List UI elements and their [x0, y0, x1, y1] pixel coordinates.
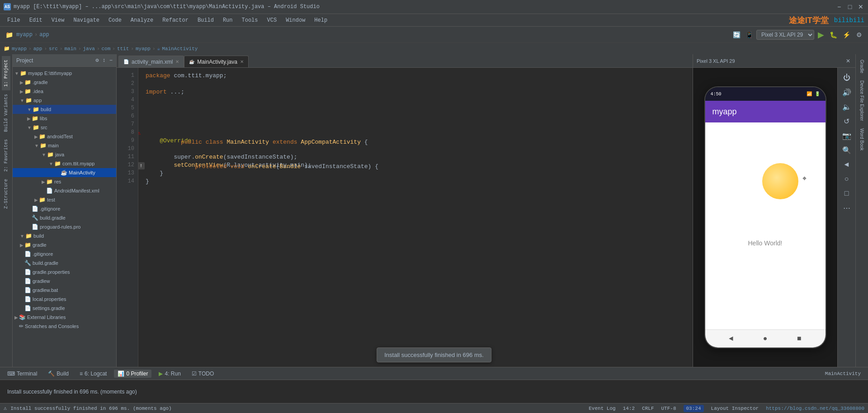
run-tab[interactable]: ▶ 4: Run: [155, 370, 184, 378]
tree-item-build-gradle-app[interactable]: ▶ 🔧 build.gradle: [13, 213, 116, 222]
event-log-button[interactable]: Event Log: [589, 406, 615, 411]
back-nav-button[interactable]: ◄: [840, 158, 853, 171]
tree-item-gradlew-bat[interactable]: ▶ 📄 gradlew.bat: [13, 286, 116, 295]
phone-nav-bar[interactable]: ◄ ● ■: [705, 329, 826, 347]
phone-home-button[interactable]: ●: [763, 335, 768, 343]
power-button[interactable]: ⏻: [840, 71, 853, 84]
menu-view[interactable]: View: [48, 16, 68, 24]
tree-item-androidtest[interactable]: ▶ 📁 androidTest: [13, 132, 116, 141]
tree-item-gitignore-root[interactable]: ▶ 📄 .gitignore: [13, 249, 116, 258]
path-src[interactable]: src: [49, 46, 58, 52]
build-variants-tab[interactable]: Build Variants: [2, 90, 10, 136]
code-content[interactable]: package com.ttit.myapp; import ...; ⚠ pu…: [138, 68, 693, 367]
encoding[interactable]: UTF-8: [661, 406, 676, 411]
menu-build[interactable]: Build: [194, 16, 217, 24]
menu-code[interactable]: Code: [105, 16, 125, 24]
menu-navigate[interactable]: Navigate: [70, 16, 103, 24]
tree-item-build-app[interactable]: ▼ 📁 build: [13, 105, 116, 114]
path-ttit[interactable]: ttit: [117, 46, 129, 52]
path-myapp2[interactable]: myapp: [136, 46, 151, 52]
close-button[interactable]: ✕: [857, 3, 864, 10]
tree-item-idea[interactable]: ▶ 📁 .idea: [13, 87, 116, 96]
menu-help[interactable]: Help: [311, 16, 331, 24]
more-button[interactable]: ⋯: [840, 202, 853, 214]
gear-icon[interactable]: ⚙: [95, 57, 99, 64]
project-tool-window-tab[interactable]: 1: Project: [2, 56, 10, 90]
tree-item-androidmanifest[interactable]: ▶ 📄 AndroidManifest.xml: [13, 186, 116, 195]
layout-inspector-button[interactable]: Layout Inspector: [711, 406, 759, 411]
profile-button[interactable]: ⚡: [841, 29, 852, 40]
menu-file[interactable]: File: [4, 16, 24, 24]
path-main[interactable]: main: [64, 46, 76, 52]
tree-item-build-gradle-root[interactable]: ▶ 🔧 build.gradle: [13, 258, 116, 268]
tree-item-mainactivity[interactable]: ▶ ☕ MainActivity: [13, 168, 116, 177]
project-name[interactable]: myapp: [16, 32, 33, 38]
path-java[interactable]: java: [83, 46, 94, 52]
profiler-tab[interactable]: 📊 0 Profiler: [114, 370, 151, 378]
tree-item-external-libraries[interactable]: ▶ 📚 External Libraries: [13, 313, 116, 322]
xml-tab-close[interactable]: ✕: [175, 59, 179, 64]
volume-up-button[interactable]: 🔊: [840, 86, 853, 99]
logcat-tab[interactable]: ≡ 6: Logcat: [76, 370, 110, 378]
run-button[interactable]: ▶: [816, 30, 826, 40]
tree-item-gradlew[interactable]: ▶ 📄 gradlew: [13, 277, 116, 286]
tree-item-test[interactable]: ▶ 📁 test: [13, 195, 116, 204]
tree-item-java[interactable]: ▼ 📁 java: [13, 150, 116, 159]
menu-edit[interactable]: Edit: [26, 16, 46, 24]
gradle-tab[interactable]: Gradle: [858, 56, 866, 77]
z-structure-tab[interactable]: Z-Structure: [2, 175, 10, 212]
tab-activity-main-xml[interactable]: 📄 activity_main.xml ✕: [118, 56, 184, 67]
tree-item-gradle-properties[interactable]: ▶ 📄 gradle.properties: [13, 268, 116, 277]
tree-item-settings-gradle[interactable]: ▶ 📄 settings.gradle: [13, 304, 116, 313]
volume-down-button[interactable]: 🔈: [840, 100, 853, 113]
sort-icon[interactable]: ↕: [103, 57, 106, 64]
tree-item-com-ttit-myapp[interactable]: ▼ 📁 com.ttit.myapp: [13, 159, 116, 168]
device-file-explorer-tab[interactable]: Device File Explorer: [858, 77, 866, 124]
emulator-close-button[interactable]: ✕: [843, 56, 854, 66]
tree-item-gradle-hidden[interactable]: ▶ 📁 .gradle: [13, 78, 116, 87]
menu-vcs[interactable]: VCS: [264, 16, 281, 24]
word-book-tab[interactable]: Word Book: [858, 125, 866, 154]
settings-button[interactable]: ⚙: [854, 29, 864, 40]
square-nav-button[interactable]: □: [840, 187, 853, 200]
path-app[interactable]: app: [33, 46, 42, 52]
tree-item-gitignore-app[interactable]: ▶ 📄 .gitignore: [13, 204, 116, 213]
minimize-button[interactable]: −: [835, 3, 843, 10]
tree-item-res[interactable]: ▶ 📁 res: [13, 177, 116, 186]
path-com[interactable]: com: [102, 46, 111, 52]
menu-analyze[interactable]: Analyze: [127, 16, 157, 24]
build-tab[interactable]: 🔨 Build: [44, 370, 72, 378]
avd-button[interactable]: 📱: [744, 29, 755, 40]
device-selector[interactable]: Pixel 3 XL API 29: [756, 30, 814, 40]
path-mainactivity[interactable]: MainActivity: [162, 46, 198, 52]
tree-item-src[interactable]: ▼ 📁 src: [13, 123, 116, 132]
tree-item-libs[interactable]: ▶ 📁 libs: [13, 114, 116, 123]
phone-recent-button[interactable]: ■: [797, 335, 802, 343]
tree-item-app[interactable]: ▼ 📁 app: [13, 96, 116, 105]
terminal-tab[interactable]: ⌨ Terminal: [4, 370, 41, 378]
home-nav-button[interactable]: ○: [840, 173, 853, 185]
collapse-icon[interactable]: −: [109, 57, 113, 64]
tree-item-proguard[interactable]: ▶ 📄 proguard-rules.pro: [13, 222, 116, 231]
maximize-button[interactable]: □: [846, 3, 854, 10]
tree-item-scratches[interactable]: ▶ ✏ Scratches and Consoles: [13, 322, 116, 331]
folder-icon[interactable]: 📁: [4, 29, 14, 40]
rotate-button[interactable]: ↺: [840, 115, 853, 127]
debug-button[interactable]: 🐛: [828, 31, 839, 38]
tree-item-gradle-root[interactable]: ▶ 📁 gradle: [13, 240, 116, 249]
blog-url[interactable]: https://blog.csdn.net/qq_33608800: [766, 406, 864, 411]
sync-button[interactable]: 🔄: [731, 29, 742, 40]
todo-tab[interactable]: ☑ TODO: [188, 370, 217, 378]
tree-item-build-root[interactable]: ▼ 📁 build: [13, 231, 116, 240]
menu-window[interactable]: Window: [282, 16, 309, 24]
tree-item-main[interactable]: ▼ 📁 main: [13, 141, 116, 150]
java-tab-close[interactable]: ✕: [240, 59, 244, 64]
favorites-tab[interactable]: 2: Favorites: [2, 136, 10, 175]
phone-back-button[interactable]: ◄: [729, 335, 733, 343]
screenshot-button[interactable]: 📷: [840, 129, 853, 142]
tree-item-myapp[interactable]: ▼ 📁 myapp E:\ttit\myapp: [13, 69, 116, 78]
menu-tools[interactable]: Tools: [238, 16, 262, 24]
tab-mainactivity-java[interactable]: ☕ MainActivity.java ✕: [184, 56, 248, 67]
menu-run[interactable]: Run: [219, 16, 236, 24]
line-ending[interactable]: CRLF: [642, 406, 654, 411]
